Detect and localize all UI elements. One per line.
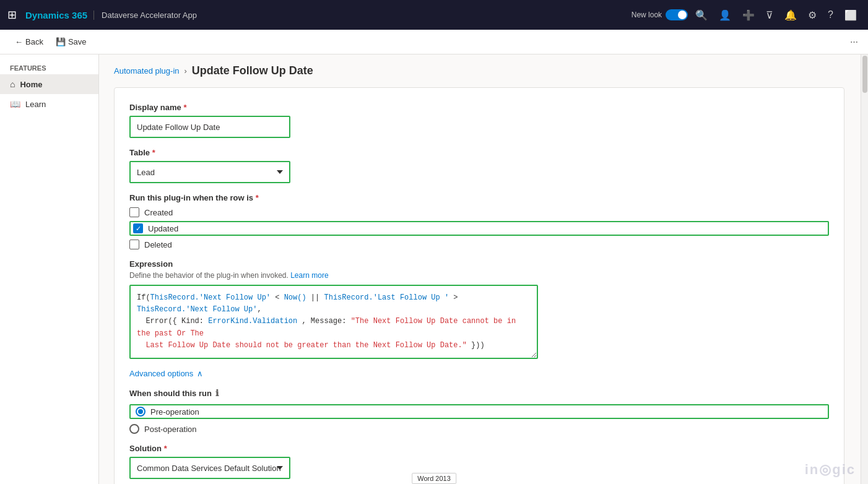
back-button[interactable]: ← Back [10, 35, 48, 49]
search-icon[interactable]: 🔍 [692, 6, 711, 25]
home-icon: ⌂ [10, 79, 15, 89]
new-look-toggle: New look [631, 9, 688, 20]
radio-pre-operation[interactable]: Pre-operation [136, 407, 199, 417]
word-tooltip: Word 2013 [412, 473, 456, 484]
solution-select[interactable]: Common Data Services Default Solution [129, 457, 290, 479]
save-button[interactable]: 💾 Save [51, 35, 92, 49]
pre-operation-label: Pre-operation [150, 407, 199, 417]
row-trigger-group: Run this plug-in when the row is * Creat… [129, 193, 829, 249]
solution-required: * [164, 444, 167, 453]
deleted-label: Deleted [144, 240, 172, 249]
breadcrumb-separator: › [184, 66, 187, 76]
learn-more-link[interactable]: Learn more [290, 271, 328, 280]
table-label: Table * [129, 148, 829, 157]
expression-section: Expression Define the behavior of the pl… [129, 259, 829, 359]
info-icon[interactable]: ℹ [215, 388, 219, 398]
solution-section: Solution * Common Data Services Default … [129, 444, 829, 479]
solution-select-wrapper: Common Data Services Default Solution [129, 457, 290, 479]
more-options-icon[interactable]: ⋯ [850, 37, 858, 46]
solution-label: Solution * [129, 444, 829, 453]
table-select-wrapper: Lead Account Contact Opportunity [129, 161, 290, 183]
when-run-section: When should this run ℹ Pre-operation [129, 388, 829, 434]
code-line-2: Error({ Kind: ErrorKind.Validation , Mes… [137, 316, 531, 339]
sidebar-home-label: Home [20, 80, 42, 89]
display-name-input[interactable] [129, 116, 290, 138]
expression-label: Expression [129, 259, 829, 269]
updated-checkbox[interactable]: ✓ [133, 223, 143, 233]
notification-icon[interactable]: 🔔 [781, 6, 801, 25]
contacts-icon[interactable]: 👤 [715, 6, 735, 25]
radio-pre-op-wrapper: Pre-operation [129, 404, 829, 419]
settings-icon[interactable]: ⚙ [804, 6, 820, 25]
scrollbar-thumb[interactable] [862, 56, 867, 93]
checkbox-updated-wrapper: ✓ Updated [129, 221, 829, 236]
add-icon[interactable]: ➕ [739, 6, 758, 25]
top-nav-right: New look 🔍 👤 ➕ ⊽ 🔔 ⚙ ? ⬜ [631, 6, 861, 25]
checkbox-deleted[interactable]: Deleted [129, 240, 829, 249]
back-label: Back [25, 37, 43, 46]
toolbar-right: ⋯ [850, 37, 858, 46]
learn-icon: 📖 [10, 99, 20, 109]
sidebar-item-learn[interactable]: 📖 Learn [0, 94, 98, 114]
code-line-1: If(ThisRecord.'Next Follow Up' < Now() |… [137, 292, 531, 316]
expression-desc: Define the behavior of the plug-in when … [129, 271, 829, 280]
sidebar: Features ⌂ Home 📖 Learn [0, 54, 99, 484]
display-name-group: Display name * [129, 103, 829, 138]
when-run-label: When should this run ℹ [129, 388, 829, 398]
sidebar-item-home[interactable]: ⌂ Home [0, 74, 98, 94]
breadcrumb: Automated plug-in › Update Follow Up Dat… [114, 64, 846, 77]
code-line-3: Last Follow Up Date should not be greate… [137, 340, 531, 352]
top-nav: ⊞ Dynamics 365 Dataverse Accelerator App… [0, 0, 868, 30]
new-look-switch[interactable] [666, 9, 688, 20]
display-name-required: * [183, 103, 186, 112]
advanced-options-label: Advanced options [129, 369, 193, 378]
display-name-label: Display name * [129, 103, 829, 112]
app-title: Dynamics 365 [25, 10, 87, 20]
app-name-label: Dataverse Accelerator App [93, 11, 197, 20]
table-required: * [152, 148, 155, 157]
waffle-icon[interactable]: ⊞ [7, 8, 17, 22]
post-operation-label: Post-operation [144, 425, 197, 434]
checkbox-created[interactable]: Created [129, 207, 829, 217]
row-trigger-label: Run this plug-in when the row is * [129, 193, 829, 202]
fullscreen-icon[interactable]: ⬜ [841, 6, 861, 25]
created-checkbox[interactable] [129, 207, 139, 217]
table-group: Table * Lead Account Contact Opportunity [129, 148, 829, 183]
expression-editor[interactable]: If(ThisRecord.'Next Follow Up' < Now() |… [129, 285, 538, 359]
sidebar-section-title: Features [0, 59, 98, 74]
checkbox-updated[interactable]: ✓ Updated [133, 223, 178, 233]
scrollbar-right [861, 54, 868, 484]
radio-post-operation[interactable]: Post-operation [129, 424, 829, 434]
save-disk-icon: 💾 [56, 37, 66, 46]
created-label: Created [144, 208, 173, 217]
breadcrumb-parent[interactable]: Automated plug-in [114, 66, 180, 76]
pre-operation-radio[interactable] [136, 407, 145, 417]
main-layout: Features ⌂ Home 📖 Learn Automated plug-i… [0, 54, 868, 484]
advanced-options-toggle[interactable]: Advanced options ∧ [129, 369, 829, 378]
radio-group: Pre-operation Post-operation [129, 404, 829, 434]
back-arrow-icon: ← [15, 37, 23, 46]
row-trigger-required: * [256, 193, 259, 202]
table-select[interactable]: Lead Account Contact Opportunity [129, 161, 290, 183]
new-look-label: New look [631, 11, 662, 19]
save-label: Save [68, 37, 87, 46]
deleted-checkbox[interactable] [129, 240, 139, 249]
help-icon[interactable]: ? [824, 6, 837, 24]
post-operation-radio[interactable] [129, 424, 139, 434]
app-logo: Dynamics 365 [25, 10, 87, 20]
sidebar-learn-label: Learn [25, 100, 46, 109]
content-area: Automated plug-in › Update Follow Up Dat… [99, 54, 861, 484]
advanced-chevron-icon: ∧ [197, 369, 203, 378]
form-card: Display name * Table * Lead Account Cont… [114, 87, 844, 484]
breadcrumb-current: Update Follow Up Date [192, 64, 313, 77]
checkbox-group: Created ✓ Updated Deleted [129, 207, 829, 249]
toolbar: ← Back 💾 Save ⋯ [0, 30, 868, 54]
filter-icon[interactable]: ⊽ [762, 6, 777, 25]
updated-label: Updated [148, 224, 178, 233]
